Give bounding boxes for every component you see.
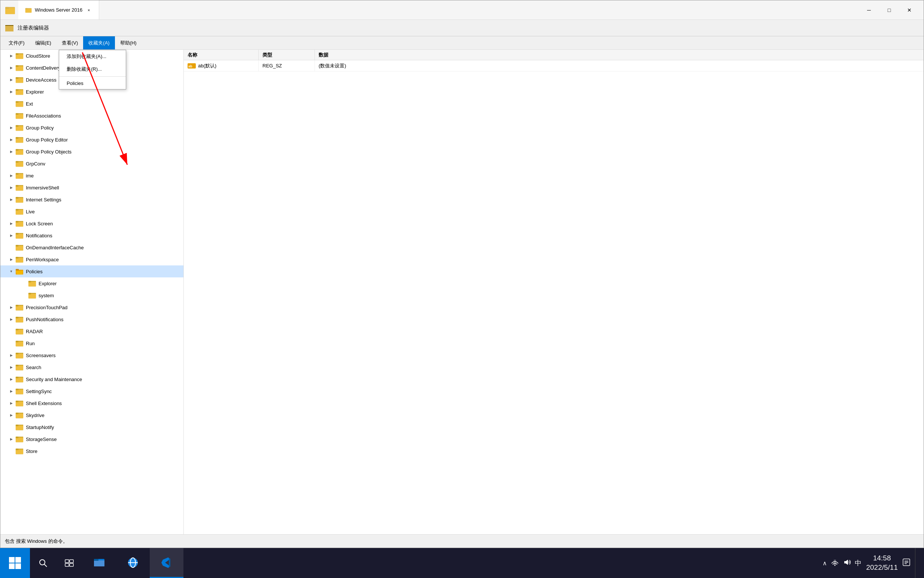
system-tray-expand[interactable]: ∧ bbox=[823, 560, 827, 567]
explorer-icon bbox=[93, 556, 106, 569]
tree-item-penworkspace[interactable]: PenWorkspace bbox=[0, 253, 184, 265]
tree-item-securitymaintenance[interactable]: Security and Maintenance bbox=[0, 373, 184, 385]
tree-item-screensavers[interactable]: Screensavers bbox=[0, 349, 184, 361]
tree-item-notifications[interactable]: Notifications bbox=[0, 229, 184, 242]
tree-item-ime[interactable]: ime bbox=[0, 170, 184, 182]
svg-rect-11 bbox=[16, 54, 23, 59]
menu-bar: 文件(F) 编辑(E) 查看(V) 收藏夹(A) 帮助(H) 添加到收藏夹(A)… bbox=[0, 36, 924, 50]
menu-favorites[interactable]: 收藏夹(A) bbox=[83, 36, 115, 49]
svg-rect-137 bbox=[905, 561, 908, 562]
tab-close-button[interactable]: × bbox=[85, 7, 92, 13]
tree-item-live[interactable]: Live bbox=[0, 206, 184, 218]
tree-label-grouppolicyobjects: Group Policy Objects bbox=[26, 149, 71, 154]
tree-item-policies[interactable]: Policies bbox=[0, 265, 184, 278]
action-center-button[interactable] bbox=[902, 558, 911, 568]
taskbar-clock[interactable]: 14:58 2022/5/11 bbox=[866, 554, 898, 572]
tree-expand-skydrive[interactable] bbox=[7, 409, 15, 421]
taskbar-app-ie[interactable] bbox=[116, 548, 150, 578]
tree-expand-ime[interactable] bbox=[7, 170, 15, 182]
tree-label-screensavers: Screensavers bbox=[26, 352, 55, 358]
tree-expand-grouppolicy[interactable] bbox=[7, 122, 15, 134]
language-indicator[interactable]: 中 bbox=[855, 559, 861, 568]
tree-expand-search[interactable] bbox=[7, 361, 15, 373]
close-button[interactable]: ✕ bbox=[900, 3, 919, 17]
tree-item-radar[interactable]: RADAR bbox=[0, 325, 184, 337]
tree-item-grpconv[interactable]: GrpConv bbox=[0, 157, 184, 170]
taskbar-app-explorer[interactable] bbox=[82, 548, 116, 578]
volume-icon[interactable] bbox=[843, 558, 851, 568]
svg-rect-81 bbox=[16, 329, 18, 331]
tree-item-pushnotifications[interactable]: PushNotifications bbox=[0, 313, 184, 325]
tree-item-immersiveshell[interactable]: ImmersiveShell bbox=[0, 182, 184, 193]
tree-item-grouppolicyobjects[interactable]: Group Policy Objects bbox=[0, 146, 184, 157]
tree-expand-deviceaccess[interactable] bbox=[7, 74, 15, 86]
tree-expand-screensavers[interactable] bbox=[7, 349, 15, 361]
svg-rect-47 bbox=[16, 198, 23, 203]
tree-expand-contentdelivery[interactable] bbox=[7, 62, 15, 74]
tree-expand-securitymaintenance[interactable] bbox=[7, 373, 15, 385]
network-icon[interactable] bbox=[831, 558, 839, 568]
menu-file[interactable]: 文件(F) bbox=[3, 36, 30, 49]
menu-help[interactable]: 帮助(H) bbox=[115, 36, 142, 49]
tree-expand-penworkspace[interactable] bbox=[7, 253, 15, 265]
tree-item-storagesense[interactable]: StorageSense bbox=[0, 433, 184, 445]
tree-label-ext: Ext bbox=[26, 101, 33, 107]
taskbar-app-vscode[interactable] bbox=[150, 548, 184, 578]
tree-item-fileassoc[interactable]: FileAssociations bbox=[0, 110, 184, 122]
start-button[interactable] bbox=[0, 548, 30, 578]
tree-item-grouppolicy[interactable]: Group Policy bbox=[0, 122, 184, 134]
title-bar: Windows Server 2016 × ─ □ ✕ bbox=[0, 0, 924, 20]
tree-item-settingsync[interactable]: SettingSync bbox=[0, 385, 184, 397]
tree-item-precisiontouchpad[interactable]: PrecisionTouchPad bbox=[0, 301, 184, 313]
tree-item-shellextensions[interactable]: Shell Extensions bbox=[0, 397, 184, 409]
taskbar-search-button[interactable] bbox=[30, 548, 56, 578]
tab-windows-server[interactable]: Windows Server 2016 × bbox=[18, 0, 99, 19]
tree-item-search[interactable]: Search bbox=[0, 361, 184, 373]
tree-expand-grouppolicyeditor[interactable] bbox=[7, 134, 15, 146]
tree-item-policies-system[interactable]: system bbox=[0, 289, 184, 301]
tree-item-lockscreen[interactable]: Lock Screen bbox=[0, 218, 184, 229]
tree-item-ondemand[interactable]: OnDemandInterfaceCache bbox=[0, 242, 184, 253]
tree-expand-precisiontouchpad[interactable] bbox=[7, 301, 15, 313]
maximize-button[interactable]: □ bbox=[879, 3, 899, 17]
dropdown-add-favorite[interactable]: 添加到收藏夹(A)... bbox=[59, 50, 126, 63]
tree-expand-policies[interactable] bbox=[7, 265, 15, 278]
show-desktop-button[interactable] bbox=[915, 548, 920, 578]
svg-text:ab: ab bbox=[188, 64, 192, 68]
tree-item-ext[interactable]: Ext bbox=[0, 98, 184, 110]
tree-item-policies-explorer[interactable]: Explorer bbox=[0, 278, 184, 289]
tree-expand-immersiveshell[interactable] bbox=[7, 182, 15, 193]
tree-item-grouppolicyeditor[interactable]: Group Policy Editor bbox=[0, 134, 184, 146]
svg-rect-2 bbox=[5, 7, 9, 9]
tree-item-skydrive[interactable]: Skydrive bbox=[0, 409, 184, 421]
tree-label-internetsettings: Internet Settings bbox=[26, 197, 62, 203]
tree-expand-internetsettings[interactable] bbox=[7, 193, 15, 206]
dropdown-remove-favorite[interactable]: 删除收藏夹(R)... bbox=[59, 63, 126, 76]
tree-expand-notifications[interactable] bbox=[7, 229, 15, 242]
tree-expand-storagesense[interactable] bbox=[7, 433, 15, 445]
tree-panel[interactable]: CloudStore ContentDeliveryManager Device… bbox=[0, 50, 184, 534]
svg-rect-96 bbox=[16, 389, 18, 390]
menu-view[interactable]: 查看(V) bbox=[57, 36, 83, 49]
menu-edit[interactable]: 编辑(E) bbox=[30, 36, 57, 49]
tree-expand-shellextensions[interactable] bbox=[7, 397, 15, 409]
tree-expand-explorer[interactable] bbox=[7, 86, 15, 98]
clock-time: 14:58 bbox=[866, 554, 898, 563]
tree-expand-settingsync[interactable] bbox=[7, 385, 15, 397]
svg-rect-48 bbox=[16, 197, 18, 199]
minimize-button[interactable]: ─ bbox=[859, 3, 879, 17]
reg-row-default[interactable]: ab ab(默认) REG_SZ (数值未设置) bbox=[184, 60, 924, 71]
svg-rect-71 bbox=[28, 294, 36, 298]
tree-expand-pushnotifications[interactable] bbox=[7, 313, 15, 325]
dropdown-policies[interactable]: Policies bbox=[59, 78, 126, 89]
tree-expand-grouppolicyobjects[interactable] bbox=[7, 146, 15, 157]
tree-expand-lockscreen[interactable] bbox=[7, 218, 15, 229]
tree-item-internetsettings[interactable]: Internet Settings bbox=[0, 193, 184, 206]
tree-item-store[interactable]: Store bbox=[0, 445, 184, 457]
taskbar-task-view-button[interactable] bbox=[56, 548, 82, 578]
tree-expand-cloudstore[interactable] bbox=[7, 50, 15, 62]
tree-item-run[interactable]: Run bbox=[0, 337, 184, 349]
svg-rect-75 bbox=[16, 305, 18, 307]
svg-rect-87 bbox=[16, 353, 18, 354]
tree-item-startupnotify[interactable]: StartupNotify bbox=[0, 421, 184, 433]
